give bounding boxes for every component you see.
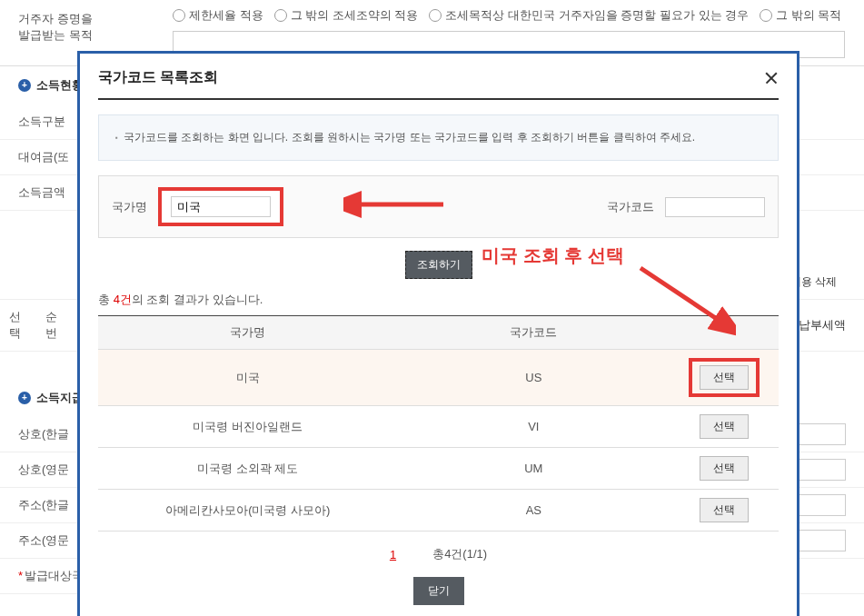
th-name: 국가명 (98, 316, 398, 350)
country-code-input[interactable] (665, 197, 765, 217)
modal-header: 국가코드 목록조회 (80, 54, 797, 98)
divider (98, 98, 779, 100)
purpose-radio-group: 제한세율 적용 그 밖의 조세조약의 적용 조세목적상 대한민국 거주자임을 증… (173, 7, 855, 24)
modal-title: 국가코드 목록조회 (98, 68, 218, 87)
country-name-label: 국가명 (112, 199, 147, 215)
country-code-modal: 국가코드 목록조회 국가코드를 조회하는 화면 입니다. 조회를 원하시는 국가… (77, 51, 799, 616)
radio-icon (274, 9, 287, 22)
table-row: 미국령 버진아일랜드VI선택 (98, 406, 779, 448)
page-info: 총4건(1/1) (432, 546, 487, 562)
cell-country-name: 아메리칸사모아(미국령 사모아) (98, 490, 398, 532)
close-icon[interactable] (764, 71, 779, 85)
radio-icon (429, 9, 442, 22)
cell-country-code: UM (398, 448, 670, 490)
search-bar: 국가명 국가코드 (98, 175, 779, 238)
cell-action: 선택 (670, 448, 779, 490)
cell-country-name: 미국령 버진아일랜드 (98, 406, 398, 448)
radio-icon (760, 9, 772, 22)
table-row: 미국령 소외곽 제도UM선택 (98, 448, 779, 490)
select-button[interactable]: 선택 (700, 365, 749, 390)
annotation-text: 미국 조회 후 선택 (482, 243, 624, 268)
cell-country-name: 미국 (98, 350, 398, 406)
cell-country-code: US (398, 350, 670, 406)
radio-option-0[interactable]: 제한세율 적용 (173, 7, 263, 24)
search-button[interactable]: 조회하기 (405, 251, 472, 279)
plus-icon: + (18, 79, 31, 92)
table-row: 미국US선택 (98, 350, 779, 406)
cell-action: 선택 (670, 406, 779, 448)
highlight-box-select: 선택 (689, 358, 760, 397)
cell-action: 선택 (670, 490, 779, 532)
modal-overlay: 국가코드 목록조회 국가코드를 조회하는 화면 입니다. 조회를 원하시는 국가… (0, 0, 864, 616)
cell-action: 선택 (670, 350, 779, 406)
radio-option-2[interactable]: 조세목적상 대한민국 거주자임을 증명할 필요가 있는 경우 (429, 7, 749, 24)
result-count: 총 4건의 조회 결과가 있습니다. (98, 292, 779, 308)
radio-option-3[interactable]: 그 밖의 목적 (760, 7, 841, 24)
th-action (670, 316, 779, 350)
result-table: 국가명 국가코드 미국US선택미국령 버진아일랜드VI선택미국령 소외곽 제도U… (98, 315, 779, 532)
highlight-box-input (158, 187, 283, 226)
cell-country-code: VI (398, 406, 670, 448)
select-button[interactable]: 선택 (700, 414, 749, 439)
cell-country-name: 미국령 소외곽 제도 (98, 448, 398, 490)
table-header-row: 국가명 국가코드 (98, 316, 779, 350)
purpose-label: 거주자 증명을 발급받는 목적 (0, 7, 164, 47)
th-code: 국가코드 (398, 316, 670, 350)
cell-country-code: AS (398, 490, 670, 532)
info-box: 국가코드를 조회하는 화면 입니다. 조회를 원하시는 국가명 또는 국가코드를… (98, 114, 779, 161)
pagination: 1 총4건(1/1) (98, 546, 779, 562)
page-number[interactable]: 1 (390, 548, 396, 561)
select-button[interactable]: 선택 (700, 456, 749, 481)
plus-icon: + (18, 392, 31, 404)
country-name-input[interactable] (171, 196, 271, 217)
radio-icon (173, 9, 185, 22)
country-code-label: 국가코드 (607, 199, 654, 215)
close-button[interactable]: 닫기 (413, 577, 464, 605)
select-button[interactable]: 선택 (700, 498, 749, 522)
radio-option-1[interactable]: 그 밖의 조세조약의 적용 (274, 7, 419, 24)
table-row: 아메리칸사모아(미국령 사모아)AS선택 (98, 490, 779, 532)
